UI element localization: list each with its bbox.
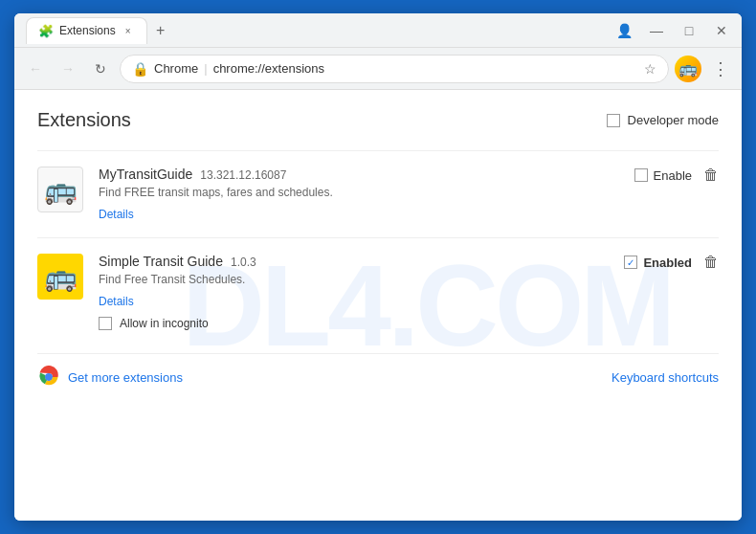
ext2-enable-row: Enabled (624, 256, 692, 270)
ext1-name: MyTransitGuide (99, 167, 192, 182)
profile-button[interactable]: 👤 (611, 18, 636, 43)
tab-title: Extensions (59, 24, 116, 37)
ext1-enable-row: Enable (634, 168, 692, 183)
browser-menu-button[interactable]: ⋮ (707, 56, 734, 82)
url-bar[interactable]: 🔒 Chrome | chrome://extensions ☆ (120, 55, 669, 83)
ext2-enable-checkbox[interactable] (624, 256, 637, 269)
page-content: DL4.COM Extensions Developer mode 🚌 MyTr… (14, 90, 742, 521)
address-bar: ← → ↻ 🔒 Chrome | chrome://extensions ☆ 🚌… (14, 48, 742, 90)
close-button[interactable]: ✕ (709, 18, 734, 43)
ext1-info: MyTransitGuide 13.321.12.16087 Find FREE… (99, 167, 634, 222)
ext2-delete-button[interactable]: 🗑 (703, 254, 719, 271)
ext2-description: Find Free Transit Schedules. (99, 273, 624, 286)
browser-window: 🧩 Extensions × + 👤 — □ ✕ ← → ↻ 🔒 Chrome … (14, 13, 742, 521)
ext1-enable-label: Enable (654, 168, 692, 183)
url-separator: | (204, 61, 207, 76)
get-more-extensions-link[interactable]: Get more extensions (37, 366, 183, 389)
ext1-description: Find FREE transit maps, fares and schedu… (99, 186, 634, 199)
extension-item-simpletransit: 🚌 Simple Transit Guide 1.0.3 Find Free T… (37, 237, 719, 345)
title-bar-controls: 👤 — □ ✕ (611, 18, 734, 43)
ext1-controls: Enable 🗑 (634, 167, 719, 184)
ext2-controls: Enabled 🗑 (624, 254, 719, 271)
ext2-enable-label: Enabled (643, 256, 692, 270)
page-header: Extensions Developer mode (37, 109, 719, 131)
title-bar: 🧩 Extensions × + 👤 — □ ✕ (14, 13, 742, 48)
back-button[interactable]: ← (22, 56, 49, 82)
ext1-delete-button[interactable]: 🗑 (703, 167, 719, 184)
extension-item-mytransitguide: 🚌 MyTransitGuide 13.321.12.16087 Find FR… (37, 150, 719, 237)
new-tab-button[interactable]: + (147, 17, 174, 44)
ext1-name-row: MyTransitGuide 13.321.12.16087 (99, 167, 634, 182)
active-tab[interactable]: 🧩 Extensions × (26, 17, 147, 44)
ext2-incognito-label: Allow in incognito (120, 317, 209, 330)
reload-button[interactable]: ↻ (87, 56, 114, 82)
ext1-icon: 🚌 (37, 167, 83, 212)
tab-bar: 🧩 Extensions × + (22, 17, 606, 44)
keyboard-shortcuts-link[interactable]: Keyboard shortcuts (611, 370, 719, 385)
ext1-icon-image: 🚌 (44, 174, 78, 206)
ext2-incognito-checkbox[interactable] (99, 317, 112, 330)
bookmark-icon[interactable]: ☆ (644, 61, 656, 77)
developer-mode-checkbox[interactable] (607, 114, 620, 127)
chrome-logo-icon (37, 366, 60, 389)
extension-toolbar-icon[interactable]: 🚌 (675, 56, 701, 82)
page-title: Extensions (37, 109, 131, 131)
developer-mode-label: Developer mode (628, 113, 719, 127)
tab-extensions-icon: 🧩 (38, 24, 54, 38)
developer-mode-row: Developer mode (607, 113, 719, 127)
tab-close-button[interactable]: × (122, 24, 135, 37)
ext2-name-row: Simple Transit Guide 1.0.3 (99, 254, 624, 269)
ext1-details-link[interactable]: Details (99, 208, 134, 221)
ext2-details-link[interactable]: Details (99, 295, 134, 308)
security-icon: 🔒 (132, 61, 148, 77)
ext2-allow-incognito-row: Allow in incognito (99, 317, 624, 330)
ext2-name: Simple Transit Guide (99, 254, 223, 269)
ext2-icon-image: 🚌 (44, 261, 78, 293)
minimize-button[interactable]: — (644, 18, 669, 43)
url-text: chrome://extensions (213, 61, 638, 76)
get-more-label: Get more extensions (68, 370, 183, 385)
ext1-enable-checkbox[interactable] (634, 168, 648, 182)
ext2-icon: 🚌 (37, 254, 83, 300)
page-footer: Get more extensions Keyboard shortcuts (37, 353, 719, 400)
forward-button[interactable]: → (55, 56, 81, 82)
ext2-version: 1.0.3 (231, 256, 256, 269)
svg-point-0 (45, 373, 53, 381)
ext1-version: 13.321.12.16087 (200, 168, 286, 182)
browser-name-label: Chrome (154, 61, 198, 76)
maximize-button[interactable]: □ (677, 18, 701, 43)
profile-icon: 👤 (616, 23, 633, 38)
ext2-info: Simple Transit Guide 1.0.3 Find Free Tra… (99, 254, 624, 330)
